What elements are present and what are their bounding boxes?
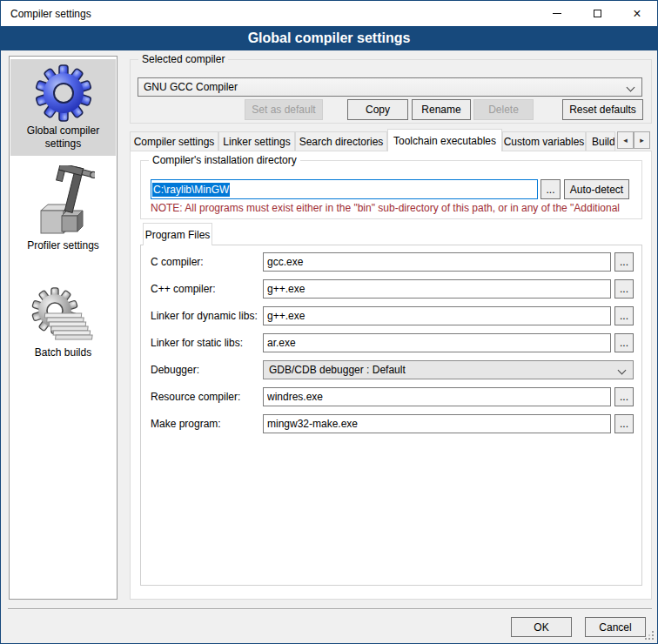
debugger-select-value: GDB/CDB debugger : Default [269,364,406,376]
sidebar-item-batch-builds[interactable]: Batch builds [10,281,116,365]
title-bar: Compiler settings × [1,1,657,26]
cpp-compiler-browse-button[interactable]: ... [614,279,634,299]
caption-buttons: × [537,1,657,26]
linker-static-browse-button[interactable]: ... [614,333,634,352]
minimize-icon [553,13,561,14]
gear-stack-icon [12,286,114,344]
compiler-select-value: GNU GCC Compiler [144,81,238,93]
field-label-make-program: Make program: [151,418,221,430]
field-label-linker-static: Linker for static libs: [151,337,243,349]
c-compiler-input[interactable] [263,252,611,272]
minimize-button[interactable] [537,1,577,26]
c-compiler-browse-button[interactable]: ... [614,252,634,272]
set-as-default-button: Set as default [245,99,323,120]
compiler-settings-dialog: Compiler settings × Global compiler sett… [0,0,658,644]
auto-detect-button[interactable]: Auto-detect [564,179,629,199]
resource-compiler-input[interactable] [263,387,611,406]
maximize-button[interactable] [577,1,617,26]
reset-defaults-button[interactable]: Reset defaults [562,99,643,120]
delete-button: Delete [473,99,534,120]
tab-program-files[interactable]: Program Files [143,223,212,245]
field-label-linker-dynamic: Linker for dynamic libs: [151,310,258,322]
tab-toolchain-executables[interactable]: Toolchain executables [387,129,502,151]
close-icon: × [633,7,641,21]
rename-button[interactable]: Rename [412,99,471,120]
caliper-icon [12,165,114,237]
tab-linker-settings[interactable]: Linker settings [218,131,295,151]
sidebar-item-profiler-settings[interactable]: Profiler settings [10,160,116,258]
installation-directory-value: C:\raylib\MinGW [152,183,230,197]
debugger-select[interactable]: GDB/CDB debugger : Default [263,360,634,379]
arrow-left-icon: ◂ [623,136,628,144]
installation-directory-group-label: Compiler's installation directory [149,154,300,166]
resize-grip-icon[interactable] [645,631,654,640]
tab-build-options[interactable]: Build options [586,131,615,151]
linker-dynamic-input[interactable] [263,306,611,325]
footer-separator [8,608,652,610]
arrow-right-icon: ▸ [640,136,644,144]
field-label-c-compiler: C compiler: [151,256,204,268]
note-text: NOTE: All programs must exist either in … [151,202,640,214]
sidebar-item-label: Profiler settings [12,239,114,252]
tab-custom-variables[interactable]: Custom variables [502,131,586,151]
gear-blue-icon [12,64,114,122]
make-program-browse-button[interactable]: ... [614,414,634,433]
compiler-select[interactable]: GNU GCC Compiler [138,77,642,97]
ok-button[interactable]: OK [511,617,572,637]
cpp-compiler-input[interactable] [263,279,611,299]
make-program-input[interactable] [263,414,611,433]
linker-dynamic-browse-button[interactable]: ... [614,306,634,325]
close-button[interactable]: × [617,1,657,26]
installation-directory-input[interactable]: C:\raylib\MinGW [151,179,538,199]
selected-compiler-group-label: Selected compiler [138,53,228,65]
directory-browse-button[interactable]: ... [540,179,561,199]
resource-compiler-browse-button[interactable]: ... [614,387,634,406]
chevron-down-icon [627,84,635,92]
sidebar-item-global-compiler-settings[interactable]: Global compiler settings [10,59,116,156]
settings-category-list: Global compiler settings [9,56,118,600]
maximize-icon [594,10,601,17]
linker-static-input[interactable] [263,333,611,352]
chevron-down-icon [618,366,627,375]
field-label-resource-compiler: Resource compiler: [151,391,240,403]
copy-button[interactable]: Copy [347,99,408,120]
tab-scroll-left-button[interactable]: ◂ [617,131,634,149]
sidebar-item-label: Global compiler settings [12,124,114,151]
field-label-debugger: Debugger: [151,364,199,376]
cancel-button[interactable]: Cancel [585,617,646,637]
field-label-cpp-compiler: C++ compiler: [151,283,216,295]
tab-compiler-settings[interactable]: Compiler settings [130,131,218,151]
tab-search-directories[interactable]: Search directories [295,131,387,151]
page-title: Global compiler settings [1,26,657,50]
sidebar-item-label: Batch builds [12,346,114,359]
tab-scroll-right-button[interactable]: ▸ [634,131,650,149]
window-title: Compiler settings [10,8,91,20]
